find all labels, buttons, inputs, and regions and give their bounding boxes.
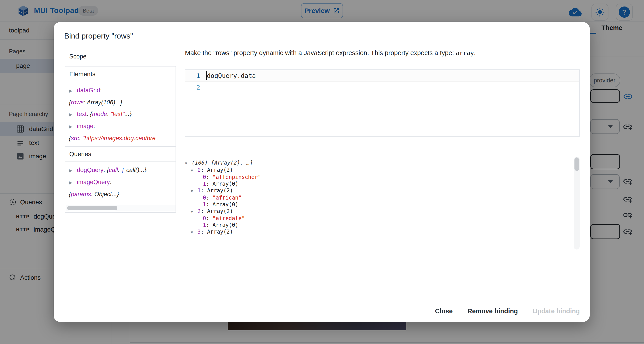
code-editor[interactable]: 1 dogQuery.data 2	[185, 69, 580, 137]
tree-line: 1: Array(0)	[185, 201, 574, 208]
scope-label: Scope	[69, 53, 86, 60]
tree-line: ▶dogQuery: {call: ƒ call()...}	[69, 164, 176, 176]
tree-collapsed-icon[interactable]: ▶	[69, 121, 77, 132]
scrollbar-thumb[interactable]	[574, 157, 579, 171]
text-cursor	[206, 71, 207, 80]
editor-line-1[interactable]: 1 dogQuery.data	[185, 70, 580, 82]
tree-line: ▼0: Array(2)	[185, 167, 574, 174]
tree-line: ▶text: {mode: "text"...}	[69, 108, 176, 120]
editor-line-2[interactable]: 2	[185, 82, 580, 93]
description-period: .	[474, 49, 476, 56]
tree-expanded-icon[interactable]: ▼	[191, 167, 198, 174]
bind-property-dialog: Bind property "rows" Scope Elements ▶dat…	[54, 22, 590, 322]
queries-header: Queries	[65, 146, 176, 162]
horizontal-scrollbar[interactable]	[66, 205, 176, 211]
tree-line: 1: Array(0)	[185, 222, 574, 228]
remove-binding-button[interactable]: Remove binding	[462, 305, 523, 317]
tree-line: 0: "airedale"	[185, 215, 574, 222]
tree-line: 0: "affenpinscher"	[185, 174, 574, 181]
queries-tree[interactable]: ▶dogQuery: {call: ƒ call()...}▶imageQuer…	[65, 162, 176, 202]
tree-expanded-icon[interactable]: ▼	[191, 229, 198, 236]
update-binding-button[interactable]: Update binding	[528, 305, 585, 317]
tree-line: 0: "african"	[185, 194, 574, 201]
scrollbar-thumb[interactable]	[67, 206, 118, 210]
tree-line: ▼2: Array(2)	[185, 208, 574, 215]
elements-header: Elements	[65, 67, 176, 82]
dialog-title: Bind property "rows"	[64, 32, 133, 40]
tree-line: ▼3: Array(2)	[185, 228, 574, 236]
binding-description: Make the "rows" property dynamic with a …	[185, 49, 476, 57]
tree-line: ▼(106) [Array(2), …]	[185, 159, 574, 167]
evaluation-result-tree[interactable]: ▼(106) [Array(2), …]▼0: Array(2)0: "affe…	[185, 157, 574, 250]
tree-collapsed-icon[interactable]: ▶	[69, 177, 77, 188]
line-number: 2	[185, 84, 207, 91]
tree-expanded-icon[interactable]: ▼	[191, 208, 198, 215]
elements-tree[interactable]: ▶dataGrid:{rows: Array(106)...}▶text: {m…	[65, 82, 176, 146]
tree-line: {rows: Array(106)...}	[69, 97, 176, 108]
tree-expanded-icon[interactable]: ▼	[191, 188, 198, 194]
tree-line: 1: Array(0)	[185, 181, 574, 187]
tree-line: ▼1: Array(2)	[185, 187, 574, 194]
tree-line: {src: "https://images.dog.ceo/bre	[69, 132, 176, 144]
tree-collapsed-icon[interactable]: ▶	[69, 109, 77, 120]
description-text: Make the "rows" property dynamic with a …	[185, 49, 456, 56]
tree-line: ▶dataGrid:	[69, 84, 176, 97]
vertical-scrollbar[interactable]	[574, 157, 580, 250]
tree-line: {params: Object...}	[69, 188, 176, 200]
expected-type: array	[456, 50, 474, 56]
dialog-footer: Close Remove binding Update binding	[430, 305, 585, 317]
tree-expanded-icon[interactable]: ▼	[185, 160, 192, 167]
code-text: dogQuery.data	[207, 72, 256, 80]
scope-panel: Elements ▶dataGrid:{rows: Array(106)...}…	[65, 66, 176, 213]
tree-line: ▶imageQuery:	[69, 176, 176, 188]
close-button[interactable]: Close	[430, 305, 458, 317]
tree-collapsed-icon[interactable]: ▶	[69, 164, 77, 176]
line-number: 1	[185, 72, 207, 79]
tree-collapsed-icon[interactable]: ▶	[69, 85, 77, 97]
tree-line: ▶image:	[69, 120, 176, 132]
